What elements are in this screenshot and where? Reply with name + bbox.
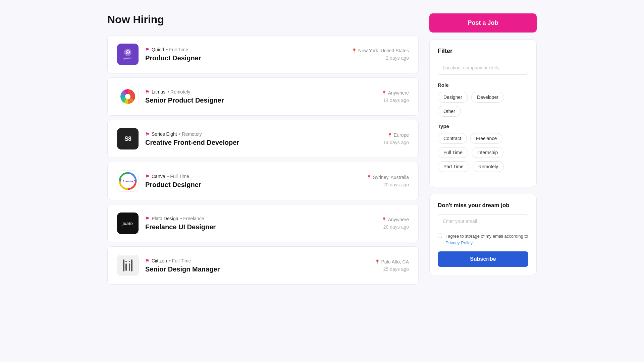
svg-text:Canva: Canva xyxy=(123,179,133,183)
company-logo-canva: Canva Canva xyxy=(117,170,139,192)
job-type: • Full Time xyxy=(167,174,189,179)
company-logo-quidd: quidd xyxy=(117,44,139,65)
svg-rect-10 xyxy=(125,261,127,262)
svg-rect-9 xyxy=(131,259,132,272)
agree-row: I agree to storage of my email according… xyxy=(438,233,528,246)
role-tag-developer[interactable]: Developer xyxy=(471,92,504,103)
company-name: Plato Design xyxy=(152,216,178,221)
company-logo-plato: plato xyxy=(117,213,139,234)
company-name: Litmus xyxy=(152,89,165,95)
job-location: Palo Alto, CA xyxy=(381,259,409,264)
job-date: 20 days ago xyxy=(366,182,409,187)
job-title: Product Designer xyxy=(145,181,360,189)
job-info-series8: ⚑ Series Eight • Remotely Creative Front… xyxy=(145,131,377,146)
job-info-quidd: ⚑ Quidd • Full Time Product Designer xyxy=(145,47,345,62)
post-job-button[interactable]: Post a Job xyxy=(429,13,537,33)
company-name: Quidd xyxy=(152,47,164,52)
job-meta-canva: 📍Sydney, Australia 20 days ago xyxy=(366,175,409,187)
type-tag-internship[interactable]: Internship xyxy=(472,147,503,158)
job-date: 2 days ago xyxy=(352,55,409,61)
job-info-plato: ⚑ Plato Design • Freelance Freelance UI … xyxy=(145,216,375,231)
plato-logo-text: plato xyxy=(118,214,137,233)
bookmark-icon: ⚑ xyxy=(145,47,150,52)
s8-logo-text: S8 xyxy=(120,131,136,147)
company-name: Ciitizen xyxy=(152,258,167,263)
job-date: 14 days ago xyxy=(381,98,409,103)
svg-rect-7 xyxy=(118,256,137,275)
bookmark-icon: ⚑ xyxy=(145,174,150,179)
job-card-plato[interactable]: plato ⚑ Plato Design • Freelance Freelan… xyxy=(107,204,419,242)
job-meta-quidd: 📍New York, United States 2 days ago xyxy=(352,48,409,61)
type-tag-fulltime[interactable]: Full Time xyxy=(438,147,468,158)
company-logo-litmus xyxy=(117,86,139,107)
role-section-title: Role xyxy=(438,82,528,88)
company-logo-series8: S8 xyxy=(117,128,139,149)
type-tag-freelance[interactable]: Freelance xyxy=(470,133,502,144)
svg-rect-11 xyxy=(129,261,130,262)
agree-checkbox[interactable] xyxy=(438,234,442,238)
main-content: Now Hiring quidd ⚑ Quidd • Ful xyxy=(107,13,419,289)
bookmark-icon: ⚑ xyxy=(145,216,150,221)
job-title: Creative Front-end Developer xyxy=(145,139,377,146)
company-name: Canva xyxy=(152,174,165,179)
job-date: 25 days ago xyxy=(375,266,409,272)
company-name: Series Eight xyxy=(152,131,177,137)
sidebar: Post a Job Filter Role Designer Develope… xyxy=(429,13,537,289)
type-filter-tags: Contract Freelance Full Time Internship … xyxy=(438,133,528,172)
job-meta-ciitizen: 📍Palo Alto, CA 25 days ago xyxy=(375,259,409,272)
job-location: Anywhere xyxy=(388,90,409,96)
svg-rect-12 xyxy=(125,263,127,271)
job-location: Sydney, Australia xyxy=(373,175,409,180)
role-tag-other[interactable]: Other xyxy=(438,106,461,117)
role-tag-designer[interactable]: Designer xyxy=(438,92,468,103)
job-location: Anywhere xyxy=(388,217,409,222)
svg-rect-8 xyxy=(123,259,124,272)
filter-search-input[interactable] xyxy=(438,61,528,75)
job-card-litmus[interactable]: ⚑ Litmus • Remotely Senior Product Desig… xyxy=(107,77,419,116)
job-card-canva[interactable]: Canva Canva ⚑ Canva • Full Time xyxy=(107,162,419,200)
filter-title: Filter xyxy=(438,48,528,55)
job-type: • Freelance xyxy=(180,216,204,221)
job-location: New York, United States xyxy=(358,48,409,53)
job-title: Freelance UI Designer xyxy=(145,223,375,231)
svg-point-2 xyxy=(125,94,130,99)
bookmark-icon: ⚑ xyxy=(145,258,150,263)
svg-point-1 xyxy=(127,52,128,53)
filter-panel: Filter Role Designer Developer Other Typ… xyxy=(429,39,537,187)
job-date: 14 days ago xyxy=(383,140,409,145)
job-info-ciitizen: ⚑ Ciitizen • Full Time Senior Design Man… xyxy=(145,258,368,273)
job-card-series8[interactable]: S8 ⚑ Series Eight • Remotely Creative Fr… xyxy=(107,120,419,158)
bookmark-icon: ⚑ xyxy=(145,89,150,95)
page-title: Now Hiring xyxy=(107,13,419,26)
job-list: quidd ⚑ Quidd • Full Time Product Design… xyxy=(107,35,419,289)
agree-text: I agree to storage of my email according… xyxy=(445,233,528,246)
job-type: • Full Time xyxy=(169,258,191,263)
job-date: 20 days ago xyxy=(381,224,409,230)
job-title: Senior Product Designer xyxy=(145,97,375,104)
privacy-policy-link[interactable]: Privacy Policy. xyxy=(445,240,474,245)
job-info-litmus: ⚑ Litmus • Remotely Senior Product Desig… xyxy=(145,89,375,104)
type-section-title: Type xyxy=(438,123,528,129)
bookmark-icon: ⚑ xyxy=(145,131,150,137)
job-meta-plato: 📍Anywhere 20 days ago xyxy=(381,217,409,230)
type-tag-parttime[interactable]: Part Time xyxy=(438,161,469,172)
job-type: • Remotely xyxy=(167,89,190,95)
type-tag-contract[interactable]: Contract xyxy=(438,133,467,144)
job-info-canva: ⚑ Canva • Full Time Product Designer xyxy=(145,174,360,189)
job-type: • Remotely xyxy=(179,131,202,137)
job-title: Product Designer xyxy=(145,54,345,62)
email-input[interactable] xyxy=(438,214,528,228)
svg-rect-13 xyxy=(129,263,130,271)
role-filter-tags: Designer Developer Other xyxy=(438,92,528,117)
subscribe-button[interactable]: Subscribe xyxy=(438,251,528,267)
job-card-quidd[interactable]: quidd ⚑ Quidd • Full Time Product Design… xyxy=(107,35,419,73)
company-logo-ciitizen xyxy=(117,255,139,276)
job-meta-litmus: 📍Anywhere 14 days ago xyxy=(381,90,409,103)
dream-job-panel: Don't miss your dream job I agree to sto… xyxy=(429,194,537,275)
type-tag-remotely[interactable]: Remotely xyxy=(473,161,504,172)
job-title: Senior Design Manager xyxy=(145,265,368,273)
job-meta-series8: 📍Europe 14 days ago xyxy=(383,132,409,145)
job-card-ciitizen[interactable]: ⚑ Ciitizen • Full Time Senior Design Man… xyxy=(107,246,419,285)
job-type: • Full Time xyxy=(166,47,188,52)
job-location: Europe xyxy=(394,132,409,138)
